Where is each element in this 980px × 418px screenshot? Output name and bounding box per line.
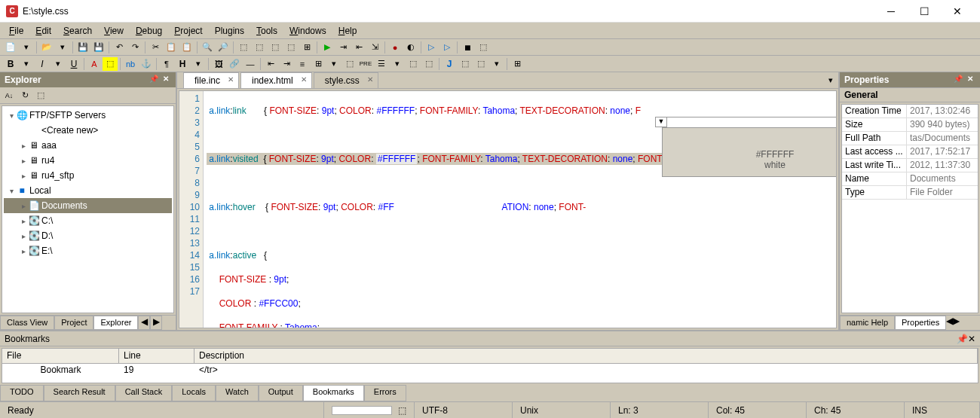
status-eol[interactable]: Unix [513,402,611,418]
tab-call-stack[interactable]: Call Stack [115,385,173,401]
status-ch[interactable]: Ch: 45 [807,402,905,418]
tool-icon[interactable]: ⬚ [476,41,491,54]
tree-documents[interactable]: ▸📄Documents [4,198,172,213]
image-icon[interactable]: 🖼 [211,57,226,71]
tool-icon[interactable]: ⬚ [236,41,251,54]
prop-row[interactable]: Creation Time2017, 13:02:46 [842,105,978,118]
scroll-left-icon[interactable]: ◀ [946,316,953,330]
tab-menu-icon[interactable]: ▾ [823,74,838,87]
bold-icon[interactable]: B [3,57,18,71]
tab-watch[interactable]: Watch [216,385,259,401]
menu-debug[interactable]: Debug [130,24,168,38]
tool-icon[interactable]: ⬚ [406,57,421,71]
menu-tools[interactable]: Tools [250,24,283,38]
tool-icon[interactable]: ⬚ [458,57,473,71]
paste-icon[interactable]: 📋 [179,41,194,54]
dropdown-icon[interactable]: ▾ [51,57,66,71]
tab-project[interactable]: Project [54,316,93,330]
tool-icon[interactable]: ⊞ [299,41,314,54]
tab-locals[interactable]: Locals [172,385,216,401]
link-icon[interactable]: 🔗 [227,57,242,71]
font-icon[interactable]: A [87,57,102,71]
tool-icon[interactable]: ⬚ [473,57,488,71]
dropdown-icon[interactable]: ▾ [191,57,206,71]
col-file[interactable]: File [2,349,119,363]
pin-icon[interactable]: 📌 [149,75,159,85]
dropdown-icon[interactable]: ▾ [19,41,34,54]
close-icon[interactable]: ✕ [366,75,375,84]
js-icon[interactable]: J [442,57,457,71]
save-all-icon[interactable]: 💾 [91,41,106,54]
tree-drive-e[interactable]: ▸💽E:\ [4,243,172,258]
pin-icon[interactable]: 📌 [953,75,963,85]
dropdown-icon[interactable]: ▾ [326,57,341,71]
pre-icon[interactable]: PRE [358,57,373,71]
breakpoint-icon[interactable]: ● [387,41,403,54]
menu-help[interactable]: Help [332,24,363,38]
tool-icon[interactable]: ◐ [403,41,418,54]
table-icon[interactable]: ⊞ [311,57,326,71]
open-icon[interactable]: 📂 [39,41,54,54]
tool-icon[interactable]: ⬚ [283,41,299,54]
dropdown-icon[interactable]: ▾ [390,57,405,71]
underline-icon[interactable]: U [66,57,81,71]
explorer-tree[interactable]: ▾🌐FTP/SFTP Servers <Create new> ▸🖥aaa ▸🖥… [2,105,174,313]
prop-row[interactable]: Last access ...2017, 17:52:17 [842,145,978,159]
tree-create-new[interactable]: <Create new> [4,123,172,138]
editor-tab-style-css[interactable]: style.css✕ [314,72,378,89]
col-desc[interactable]: Description [194,349,978,363]
tree-server-ru4-sftp[interactable]: ▸🖥ru4_sftp [4,168,172,183]
hr-icon[interactable]: ― [243,57,258,71]
highlight-icon[interactable]: ⬚ [103,57,118,71]
list-icon[interactable]: ≡ [295,57,310,71]
dropdown-icon[interactable]: ▾ [55,41,70,54]
status-ins[interactable]: INS [905,402,980,418]
save-icon[interactable]: 💾 [75,41,90,54]
dropdown-arrow-icon[interactable]: ▼ [655,117,667,127]
tab-explorer[interactable]: Explorer [93,316,138,330]
step-icon[interactable]: ⇤ [351,41,366,54]
find-replace-icon[interactable]: 🔎 [216,41,231,54]
menu-windows[interactable]: Windows [283,24,332,38]
close-icon[interactable]: ✕ [968,334,975,344]
tool-icon[interactable]: ⊞ [510,57,525,71]
anchor-icon[interactable]: ⚓ [139,57,154,71]
tab-errors[interactable]: Errors [364,385,406,401]
close-icon[interactable]: ✕ [226,75,235,84]
editor-tab-index-html[interactable]: index.html✕ [240,72,312,89]
refresh-icon[interactable]: ↻ [17,89,32,102]
tab-bookmarks[interactable]: Bookmarks [303,385,364,401]
copy-icon[interactable]: 📋 [164,41,179,54]
col-line[interactable]: Line [119,349,194,363]
tool-icon[interactable]: ⬚ [33,89,48,102]
scroll-left-icon[interactable]: ◀ [138,316,150,330]
close-icon[interactable]: ✕ [299,75,308,84]
status-line[interactable]: Ln: 3 [611,402,709,418]
tool-icon[interactable]: ⬚ [268,41,283,54]
run-icon[interactable]: ▶ [320,41,335,54]
scroll-right-icon[interactable]: ▶ [150,316,162,330]
step-icon[interactable]: ⇲ [367,41,382,54]
tree-local[interactable]: ▾■Local [4,183,172,198]
dropdown-icon[interactable]: ▾ [489,57,504,71]
paragraph-icon[interactable]: ¶ [159,57,174,71]
prop-row[interactable]: Full Pathtas/Documents [842,132,978,145]
tree-ftp-root[interactable]: ▾🌐FTP/SFTP Servers [4,108,172,123]
tab-class-view[interactable]: Class View [0,316,54,330]
stop-icon[interactable]: ⏹ [460,41,475,54]
prop-row[interactable]: Size390 940 bytes) [842,118,978,132]
list-icon[interactable]: ☰ [374,57,389,71]
minimize-button[interactable]: ─ [874,1,908,22]
undo-icon[interactable]: ↶ [112,41,127,54]
code-editor[interactable]: 1234567891011121314151617 a.link:link { … [179,90,837,328]
find-icon[interactable]: 🔍 [200,41,215,54]
prop-row[interactable]: NameDocuments [842,172,978,186]
maximize-button[interactable]: ☐ [908,1,941,22]
tree-server-ru4[interactable]: ▸🖥ru4 [4,153,172,168]
indent-icon[interactable]: ⇤ [263,57,278,71]
menu-view[interactable]: View [98,24,130,38]
menu-plugins[interactable]: Plugins [209,24,250,38]
redo-icon[interactable]: ↷ [127,41,142,54]
scroll-right-icon[interactable]: ▶ [953,316,960,330]
tool-icon[interactable]: ⬚ [252,41,267,54]
